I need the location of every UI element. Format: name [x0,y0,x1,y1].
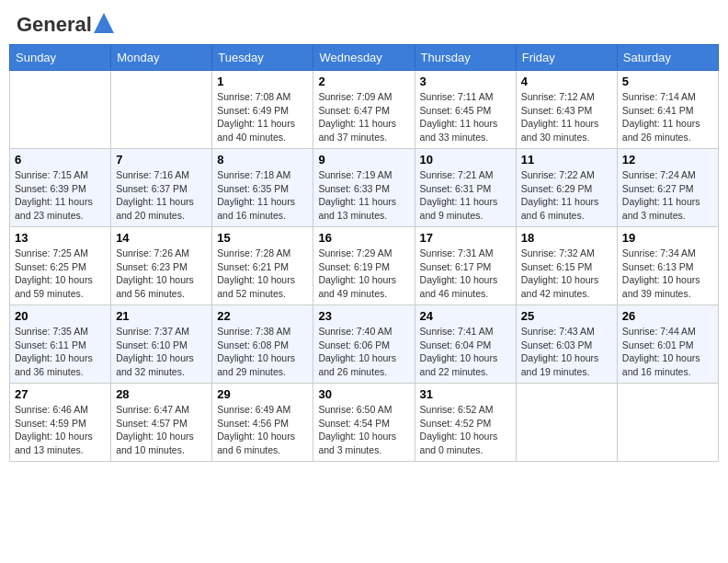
day-number: 29 [217,387,308,401]
calendar-cell: 2Sunrise: 7:09 AM Sunset: 6:47 PM Daylig… [313,71,415,149]
calendar-cell: 6Sunrise: 7:15 AM Sunset: 6:39 PM Daylig… [10,149,111,227]
calendar-cell: 13Sunrise: 7:25 AM Sunset: 6:25 PM Dayli… [10,227,111,305]
day-info: Sunrise: 7:16 AM Sunset: 6:37 PM Dayligh… [116,168,207,223]
weekday-header: Sunday [10,45,111,71]
calendar-cell: 30Sunrise: 6:50 AM Sunset: 4:54 PM Dayli… [313,384,415,462]
calendar-cell: 19Sunrise: 7:34 AM Sunset: 6:13 PM Dayli… [617,227,718,305]
day-info: Sunrise: 7:44 AM Sunset: 6:01 PM Dayligh… [622,325,713,379]
day-info: Sunrise: 7:15 AM Sunset: 6:39 PM Dayligh… [15,168,106,223]
calendar-cell: 5Sunrise: 7:14 AM Sunset: 6:41 PM Daylig… [617,71,718,149]
day-info: Sunrise: 7:25 AM Sunset: 6:25 PM Dayligh… [15,247,106,301]
day-info: Sunrise: 6:47 AM Sunset: 4:57 PM Dayligh… [116,403,207,457]
day-number: 17 [420,231,511,245]
day-info: Sunrise: 7:32 AM Sunset: 6:15 PM Dayligh… [521,247,612,301]
day-number: 11 [521,153,612,167]
calendar-cell: 14Sunrise: 7:26 AM Sunset: 6:23 PM Dayli… [111,227,212,305]
day-number: 24 [420,309,511,323]
calendar-cell: 23Sunrise: 7:40 AM Sunset: 6:06 PM Dayli… [313,305,415,384]
calendar-table: SundayMondayTuesdayWednesdayThursdayFrid… [9,44,719,462]
day-info: Sunrise: 7:35 AM Sunset: 6:11 PM Dayligh… [15,325,106,379]
day-info: Sunrise: 7:26 AM Sunset: 6:23 PM Dayligh… [116,247,207,301]
day-info: Sunrise: 7:40 AM Sunset: 6:06 PM Dayligh… [318,325,409,379]
calendar-cell: 7Sunrise: 7:16 AM Sunset: 6:37 PM Daylig… [111,149,212,227]
day-info: Sunrise: 7:37 AM Sunset: 6:10 PM Dayligh… [116,325,207,379]
day-number: 7 [116,153,207,167]
day-info: Sunrise: 6:50 AM Sunset: 4:54 PM Dayligh… [318,403,409,457]
day-number: 25 [521,309,612,323]
calendar-week-row: 1Sunrise: 7:08 AM Sunset: 6:49 PM Daylig… [10,71,719,149]
calendar-cell: 16Sunrise: 7:29 AM Sunset: 6:19 PM Dayli… [313,227,415,305]
calendar-cell: 29Sunrise: 6:49 AM Sunset: 4:56 PM Dayli… [212,384,313,462]
calendar-cell [10,71,111,149]
calendar-cell [111,71,212,149]
weekday-header: Friday [516,45,617,71]
calendar-cell: 28Sunrise: 6:47 AM Sunset: 4:57 PM Dayli… [111,384,212,462]
day-info: Sunrise: 7:09 AM Sunset: 6:47 PM Dayligh… [318,90,409,144]
day-info: Sunrise: 7:22 AM Sunset: 6:29 PM Dayligh… [521,168,612,223]
day-info: Sunrise: 7:31 AM Sunset: 6:17 PM Dayligh… [420,247,511,301]
page-header: General [9,9,719,37]
calendar-cell: 9Sunrise: 7:19 AM Sunset: 6:33 PM Daylig… [313,149,415,227]
day-number: 31 [420,387,511,401]
day-number: 18 [521,231,612,245]
calendar-cell: 12Sunrise: 7:24 AM Sunset: 6:27 PM Dayli… [617,149,718,227]
calendar-cell: 22Sunrise: 7:38 AM Sunset: 6:08 PM Dayli… [212,305,313,384]
day-info: Sunrise: 7:43 AM Sunset: 6:03 PM Dayligh… [521,325,612,379]
day-info: Sunrise: 7:14 AM Sunset: 6:41 PM Dayligh… [622,90,713,144]
day-number: 8 [217,153,308,167]
day-info: Sunrise: 7:08 AM Sunset: 6:49 PM Dayligh… [217,90,308,144]
day-number: 16 [318,231,409,245]
calendar-cell: 10Sunrise: 7:21 AM Sunset: 6:31 PM Dayli… [415,149,516,227]
weekday-header-row: SundayMondayTuesdayWednesdayThursdayFrid… [10,45,719,71]
calendar-cell: 24Sunrise: 7:41 AM Sunset: 6:04 PM Dayli… [415,305,516,384]
calendar-cell: 1Sunrise: 7:08 AM Sunset: 6:49 PM Daylig… [212,71,313,149]
day-info: Sunrise: 7:21 AM Sunset: 6:31 PM Dayligh… [420,168,511,223]
day-number: 2 [318,75,409,88]
logo-icon [94,13,114,33]
calendar-cell: 20Sunrise: 7:35 AM Sunset: 6:11 PM Dayli… [10,305,111,384]
calendar-cell: 21Sunrise: 7:37 AM Sunset: 6:10 PM Dayli… [111,305,212,384]
day-info: Sunrise: 7:19 AM Sunset: 6:33 PM Dayligh… [318,168,409,223]
day-number: 14 [116,231,207,245]
day-info: Sunrise: 6:52 AM Sunset: 4:52 PM Dayligh… [420,403,511,457]
calendar-week-row: 13Sunrise: 7:25 AM Sunset: 6:25 PM Dayli… [10,227,719,305]
svg-marker-0 [94,13,114,33]
calendar-cell [516,384,617,462]
day-number: 10 [420,153,511,167]
calendar-cell: 17Sunrise: 7:31 AM Sunset: 6:17 PM Dayli… [415,227,516,305]
day-number: 20 [15,309,106,323]
calendar-week-row: 20Sunrise: 7:35 AM Sunset: 6:11 PM Dayli… [10,305,719,384]
day-number: 23 [318,309,409,323]
day-number: 19 [622,231,713,245]
calendar-cell: 31Sunrise: 6:52 AM Sunset: 4:52 PM Dayli… [415,384,516,462]
day-number: 3 [420,75,511,88]
weekday-header: Thursday [415,45,516,71]
calendar-week-row: 27Sunrise: 6:46 AM Sunset: 4:59 PM Dayli… [10,384,719,462]
day-info: Sunrise: 7:12 AM Sunset: 6:43 PM Dayligh… [521,90,612,144]
day-number: 13 [15,231,106,245]
day-info: Sunrise: 7:28 AM Sunset: 6:21 PM Dayligh… [217,247,308,301]
day-number: 30 [318,387,409,401]
day-number: 1 [217,75,308,88]
weekday-header: Saturday [617,45,718,71]
calendar-cell: 26Sunrise: 7:44 AM Sunset: 6:01 PM Dayli… [617,305,718,384]
calendar-cell: 11Sunrise: 7:22 AM Sunset: 6:29 PM Dayli… [516,149,617,227]
day-number: 6 [15,153,106,167]
calendar-cell: 8Sunrise: 7:18 AM Sunset: 6:35 PM Daylig… [212,149,313,227]
calendar-cell: 18Sunrise: 7:32 AM Sunset: 6:15 PM Dayli… [516,227,617,305]
day-info: Sunrise: 7:38 AM Sunset: 6:08 PM Dayligh… [217,325,308,379]
weekday-header: Wednesday [313,45,415,71]
logo: General [17,13,114,33]
day-info: Sunrise: 7:29 AM Sunset: 6:19 PM Dayligh… [318,247,409,301]
weekday-header: Monday [111,45,212,71]
day-number: 22 [217,309,308,323]
day-number: 4 [521,75,612,88]
calendar-cell: 3Sunrise: 7:11 AM Sunset: 6:45 PM Daylig… [415,71,516,149]
calendar-week-row: 6Sunrise: 7:15 AM Sunset: 6:39 PM Daylig… [10,149,719,227]
calendar-cell: 25Sunrise: 7:43 AM Sunset: 6:03 PM Dayli… [516,305,617,384]
calendar-cell: 27Sunrise: 6:46 AM Sunset: 4:59 PM Dayli… [10,384,111,462]
logo-general: General [17,13,92,37]
day-info: Sunrise: 7:18 AM Sunset: 6:35 PM Dayligh… [217,168,308,223]
day-number: 9 [318,153,409,167]
day-number: 26 [622,309,713,323]
